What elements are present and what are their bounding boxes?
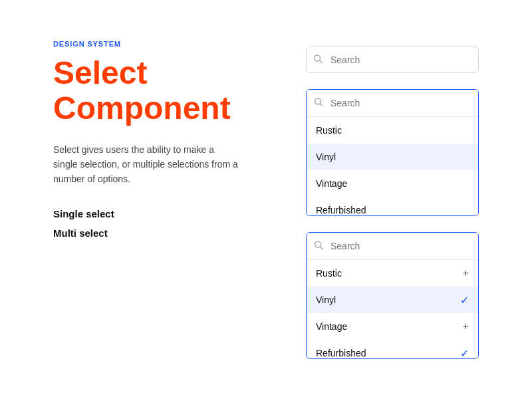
single-select-search-input[interactable] [307,90,478,116]
single-select-search-wrapper [307,90,478,117]
check-icon: ✓ [460,347,469,360]
single-select-item-vinyl[interactable]: Vinyl [307,144,478,170]
single-select-list: RusticVinylVintageRefurbishedAntique [307,117,478,216]
single-select-item-rustic[interactable]: Rustic [307,117,478,144]
multi-select-item-vinyl[interactable]: Vinyl✓ [307,287,478,313]
single-select-item-label: Refurbished [316,205,366,215]
plus-icon: + [463,267,469,279]
multi-select-item-label: Rustic [316,268,342,279]
multi-select-dropdown: Rustic+Vinyl✓Vintage+Refurbished✓Antique… [306,232,479,359]
right-panel: RusticVinylVintageRefurbishedAntique Rus… [306,40,479,359]
multi-select-item-label: Vintage [316,321,347,332]
closed-search-container [306,47,479,73]
single-select-item-label: Vinyl [316,152,336,162]
design-system-label: Design System [53,40,279,48]
left-panel: Design System Select Component Select gi… [53,40,306,359]
title-line1: Select [53,55,147,90]
check-icon: ✓ [460,294,469,307]
multi-select-item-refurbished[interactable]: Refurbished✓ [307,340,478,359]
title-line2: Component [53,90,231,126]
single-select-item-refurbished[interactable]: Refurbished [307,197,478,216]
single-select-dropdown: RusticVinylVintageRefurbishedAntique [306,89,479,216]
multi-select-search-wrapper [307,233,478,260]
multi-select-list: Rustic+Vinyl✓Vintage+Refurbished✓Antique… [307,260,478,359]
multi-select-item-rustic[interactable]: Rustic+ [307,260,478,287]
description-text: Select gives users the ability to make a… [53,142,239,187]
multi-select-item-label: Vinyl [316,295,336,305]
page-title: Select Component [53,56,279,126]
plus-icon: + [463,321,469,332]
multi-select-item-vintage[interactable]: Vintage+ [307,313,478,340]
multi-select-item-label: Refurbished [316,348,366,358]
single-select-item-label: Rustic [316,125,342,136]
multi-select-heading: Multi select [53,227,279,239]
closed-search-input[interactable] [306,47,479,73]
multi-select-search-input[interactable] [307,233,478,259]
single-select-item-label: Vintage [316,178,347,189]
single-select-heading: Single select [53,208,279,219]
single-select-item-vintage[interactable]: Vintage [307,170,478,197]
